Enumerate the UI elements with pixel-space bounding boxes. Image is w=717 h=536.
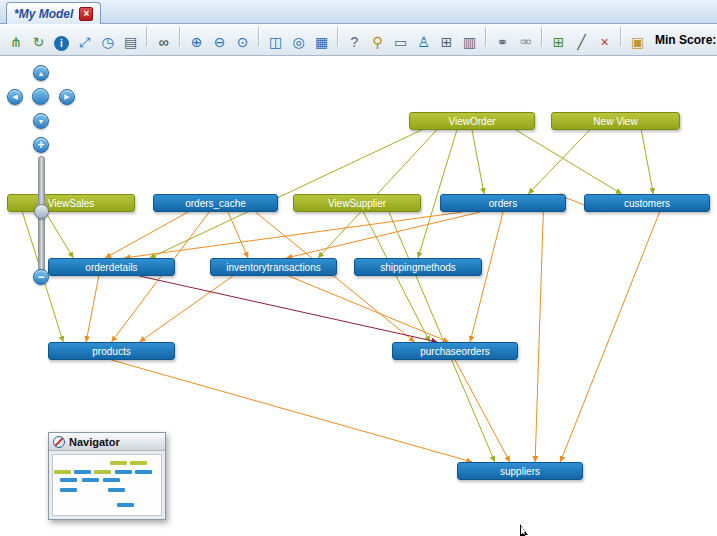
entity-viewsales[interactable]: ViewSales bbox=[7, 194, 135, 212]
minimap-entity bbox=[115, 470, 132, 474]
minus-icon: − bbox=[37, 270, 44, 284]
zoom-in-icon[interactable]: ⊕ bbox=[186, 32, 207, 53]
show-keys-icon[interactable]: ⚲ bbox=[367, 32, 388, 53]
pan-left-button[interactable]: ◀ bbox=[7, 89, 23, 105]
minimap-entity bbox=[117, 503, 134, 507]
add-relationship-icon[interactable]: ⚭ bbox=[492, 32, 513, 53]
entity-newview[interactable]: New View bbox=[551, 112, 680, 130]
layout-orthogonal-icon[interactable]: ◫ bbox=[265, 32, 286, 53]
minimap-entity bbox=[110, 461, 127, 465]
remove-relationship-icon[interactable]: ⚮ bbox=[515, 32, 536, 53]
zoom-custom-icon[interactable]: ⊙ bbox=[232, 32, 253, 53]
minimap-entity bbox=[103, 478, 120, 482]
entity-inventorytransactions[interactable]: inventorytransactions bbox=[210, 258, 337, 276]
down-arrow-icon: ▼ bbox=[38, 118, 45, 125]
entity-options-icon[interactable]: ? bbox=[344, 32, 365, 53]
toolbar: ⋔↻i⤢◷▤∞⊕⊖⊙◫◎▦?⚲▭♙⊞▥⚭⚮⊞╱×▣ Min Score: bbox=[0, 24, 717, 56]
left-arrow-icon: ◀ bbox=[12, 93, 17, 101]
entity-purchaseorders[interactable]: purchaseorders bbox=[392, 342, 518, 360]
delete-icon[interactable]: × bbox=[594, 32, 615, 53]
draw-line-icon[interactable]: ╱ bbox=[571, 32, 592, 53]
toolbar-icons: ⋔↻i⤢◷▤∞⊕⊖⊙◫◎▦?⚲▭♙⊞▥⚭⚮⊞╱×▣ bbox=[4, 27, 649, 53]
navigator-title: Navigator bbox=[69, 436, 120, 448]
zoom-out-icon[interactable]: ⊖ bbox=[209, 32, 230, 53]
entity-datatypes-icon[interactable]: ▥ bbox=[459, 32, 480, 53]
minimap-entity bbox=[54, 470, 71, 474]
minimap-entity bbox=[60, 488, 77, 492]
pan-up-button[interactable]: ▲ bbox=[33, 65, 49, 81]
toolbar-separator bbox=[258, 27, 260, 47]
entity-columns-icon[interactable]: ⊞ bbox=[436, 32, 457, 53]
toolbar-separator bbox=[146, 27, 148, 47]
folder-icon[interactable]: ▣ bbox=[627, 32, 648, 53]
pan-down-button[interactable]: ▼ bbox=[33, 113, 49, 129]
diagram-canvas[interactable]: ViewOrderNew ViewViewSalesorders_cacheVi… bbox=[0, 56, 717, 536]
tab-title: *My Model bbox=[14, 7, 73, 21]
entity-viewsupplier[interactable]: ViewSupplier bbox=[293, 194, 421, 212]
zoom-out-control[interactable]: − bbox=[33, 269, 49, 285]
zoom-slider-handle[interactable] bbox=[34, 204, 49, 219]
pan-center-button[interactable] bbox=[32, 88, 49, 105]
new-entity-icon[interactable]: ⊞ bbox=[548, 32, 569, 53]
entity-vieworder[interactable]: ViewOrder bbox=[409, 112, 535, 130]
minimap-entity bbox=[130, 461, 147, 465]
toolbar-separator bbox=[541, 27, 543, 47]
print-icon[interactable]: ▤ bbox=[120, 32, 141, 53]
entity-products[interactable]: products bbox=[48, 342, 175, 360]
entity-customers[interactable]: customers bbox=[584, 194, 710, 212]
minimap-entity bbox=[60, 478, 77, 482]
entity-orders_cache[interactable]: orders_cache bbox=[153, 194, 278, 212]
layout-symmetric-icon[interactable]: ◎ bbox=[288, 32, 309, 53]
layout-grid-icon[interactable]: ▦ bbox=[311, 32, 332, 53]
toolbar-separator bbox=[485, 27, 487, 47]
model-hierarchy-icon[interactable]: ⋔ bbox=[5, 32, 26, 53]
up-arrow-icon: ▲ bbox=[38, 70, 45, 77]
minimap-entity bbox=[74, 470, 91, 474]
minimap-entity bbox=[108, 488, 125, 492]
zoom-in-control[interactable]: + bbox=[33, 137, 49, 153]
refresh-icon[interactable]: ↻ bbox=[28, 32, 49, 53]
toolbar-separator bbox=[179, 27, 181, 47]
min-score-label: Min Score: bbox=[655, 33, 716, 47]
entity-orders[interactable]: orders bbox=[440, 194, 566, 212]
tab-bar: *My Model × bbox=[0, 0, 717, 24]
compass-icon bbox=[53, 436, 65, 448]
find-icon[interactable]: ∞ bbox=[153, 32, 174, 53]
mouse-cursor bbox=[520, 524, 531, 536]
fit-to-window-icon[interactable]: ⤢ bbox=[74, 32, 95, 53]
minimap-entity bbox=[82, 478, 99, 482]
clock-icon[interactable]: ◷ bbox=[97, 32, 118, 53]
navigator-minimap[interactable] bbox=[52, 454, 162, 516]
plus-icon: + bbox=[37, 138, 44, 152]
right-arrow-icon: ▶ bbox=[64, 93, 69, 101]
owner-user-icon[interactable]: ♙ bbox=[413, 32, 434, 53]
toolbar-separator bbox=[620, 27, 622, 47]
tab-my-model[interactable]: *My Model × bbox=[6, 2, 101, 24]
info-icon[interactable]: i bbox=[54, 36, 69, 51]
minimap-entity bbox=[94, 470, 111, 474]
navigator-titlebar[interactable]: Navigator bbox=[49, 433, 165, 451]
entity-suppliers[interactable]: suppliers bbox=[457, 462, 583, 480]
entity-orderdetails[interactable]: orderdetails bbox=[48, 258, 175, 276]
minimap-entity bbox=[135, 470, 152, 474]
entity-shippingmethods[interactable]: shippingmethods bbox=[354, 258, 482, 276]
navigator-panel[interactable]: Navigator bbox=[48, 432, 166, 520]
pan-right-button[interactable]: ▶ bbox=[59, 89, 75, 105]
tab-close-icon[interactable]: × bbox=[79, 7, 93, 21]
entity-card-icon[interactable]: ▭ bbox=[390, 32, 411, 53]
toolbar-separator bbox=[337, 27, 339, 47]
